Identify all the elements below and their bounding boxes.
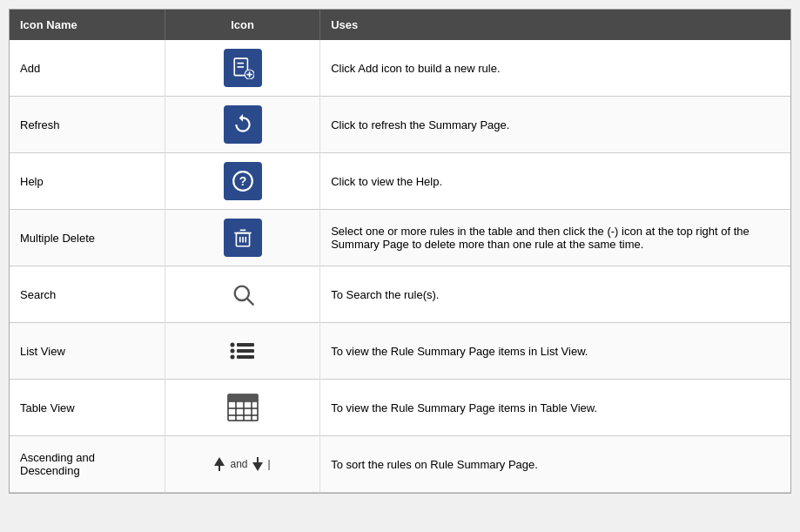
svg-point-18 (230, 349, 234, 354)
list-view-icon (224, 332, 262, 370)
svg-rect-32 (257, 457, 259, 462)
sort-up-arrow (214, 457, 225, 471)
svg-point-20 (230, 355, 234, 360)
icon-cell (165, 266, 319, 323)
add-icon (224, 49, 262, 87)
sort-down-arrow (252, 457, 263, 471)
icon-name-cell: Ascending and Descending (10, 436, 165, 493)
table-row: Refresh Click to refresh the Summary Pag… (10, 97, 790, 153)
header-icon: Icon (165, 10, 319, 40)
table-row: Table View To view the Rule Summary Page… (10, 380, 790, 436)
header-uses: Uses (320, 10, 790, 40)
table-row: List View To view the Rule Summary Page … (10, 323, 790, 380)
table-view-icon (224, 388, 262, 427)
icon-cell (165, 380, 319, 436)
icon-cell (165, 210, 319, 266)
table-row: Add Click Add icon to build a new rule. (10, 40, 790, 97)
table-row: Help ? Click to view the Help. (10, 153, 790, 210)
uses-cell: Click to view the Help. (320, 153, 790, 210)
svg-rect-17 (237, 343, 254, 347)
icon-reference-table: Icon Name Icon Uses Add Click Add icon t… (9, 9, 791, 494)
icon-name-cell: Refresh (10, 97, 165, 153)
header-icon-name: Icon Name (10, 10, 165, 40)
search-icon (224, 275, 262, 313)
uses-cell: Click to refresh the Summary Page. (320, 97, 790, 153)
table-row: Multiple Delete Select one or more rules… (10, 210, 790, 266)
svg-rect-31 (218, 466, 220, 471)
icon-name-cell: Add (10, 40, 165, 97)
icon-name-cell: Multiple Delete (10, 210, 165, 266)
svg-rect-19 (237, 349, 254, 353)
svg-line-15 (246, 299, 252, 305)
table-row: Search To Search the rule(s). (10, 266, 790, 323)
icon-name-cell: Table View (10, 380, 165, 436)
sort-cursor: | (267, 458, 270, 470)
icon-cell (165, 97, 319, 153)
uses-cell: To Search the rule(s). (320, 266, 790, 323)
icon-cell: ? (165, 153, 319, 210)
uses-cell: To sort the rules on Rule Summary Page. (320, 436, 790, 493)
icon-cell (165, 323, 319, 380)
uses-cell: Select one or more rules in the table an… (320, 210, 790, 266)
svg-marker-30 (214, 457, 225, 466)
icon-cell (165, 40, 319, 97)
table-row: Ascending and Descending and | To sort t… (10, 436, 790, 493)
svg-text:?: ? (239, 174, 246, 188)
uses-cell: To view the Rule Summary Page items in L… (320, 323, 790, 380)
svg-rect-29 (228, 394, 258, 401)
svg-marker-33 (252, 462, 263, 471)
help-icon: ? (224, 162, 262, 200)
icon-name-cell: List View (10, 323, 165, 380)
icon-cell: and | (165, 436, 319, 493)
svg-rect-21 (237, 355, 254, 359)
icon-name-cell: Help (10, 153, 165, 210)
sort-and-label: and (230, 458, 247, 470)
uses-cell: To view the Rule Summary Page items in T… (320, 380, 790, 436)
refresh-icon (224, 105, 262, 144)
icon-name-cell: Search (10, 266, 165, 323)
uses-cell: Click Add icon to build a new rule. (320, 40, 790, 97)
svg-point-16 (230, 343, 234, 347)
multiple-delete-icon (224, 219, 262, 257)
sort-icon: and | (214, 445, 270, 483)
